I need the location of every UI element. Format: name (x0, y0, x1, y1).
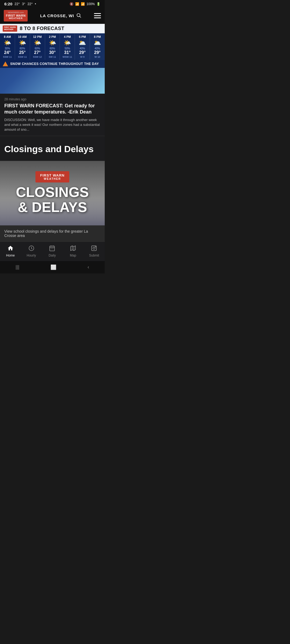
hour-wind: SSW 11 (18, 56, 27, 58)
mute-icon: 🔇 (70, 2, 74, 6)
logo-news: NEWS8000.com (6, 12, 26, 14)
snow-alert-text: SNOW CHANCES CONTINUE THROUGHOUT THE DAY (10, 62, 99, 66)
hour-precip: 40% (80, 47, 85, 50)
map-icon (70, 245, 76, 253)
alert-triangle-icon (3, 61, 8, 66)
closings-subtext-label: View school closings and delays for the … (4, 229, 88, 238)
hour-wind: W 9 (80, 56, 85, 58)
hour-temp: 30° (49, 50, 56, 55)
hour-label: 8 AM (4, 35, 11, 38)
closings-banner[interactable]: FIRST WARN WEATHER CLOSINGS & DELAYS (0, 161, 105, 225)
closings-badge-weather: WEATHER (40, 177, 65, 180)
snow-alert-bar: SNOW CHANCES CONTINUE THROUGHOUT THE DAY (0, 60, 105, 68)
submit-label: Submit (89, 254, 99, 257)
article-excerpt: DISCUSSION: Well, we have made it throug… (4, 118, 100, 132)
closings-header-title: Closings and Delays (4, 144, 100, 154)
daily-label: Daily (49, 254, 56, 257)
app-logo: NEWS8000.com FIRST WARN WEATHER (4, 10, 28, 21)
hour-label: 8 PM (94, 35, 101, 38)
header-location[interactable]: LA CROSSE, WI (40, 13, 82, 18)
closings-badge-first: FIRST WARN (40, 173, 65, 177)
hour-weather-icon: 🌤️ (34, 39, 41, 46)
wifi-icon: 📶 (75, 2, 79, 6)
search-icon[interactable] (76, 13, 82, 18)
status-right: 🔇 📶 📶 100% 🔋 (70, 2, 100, 6)
hour-column: 6 PM 🌥️ 40% 29° W 9 (75, 34, 90, 60)
nav-item-hourly[interactable]: Hourly (23, 244, 39, 258)
status-time: 6:20 (4, 2, 12, 6)
closings-main-title: CLOSINGS (16, 185, 89, 199)
hour-weather-icon: 🌥️ (94, 39, 101, 46)
nav-item-daily[interactable]: Daily (44, 244, 60, 258)
hour-label: 10 AM (18, 35, 27, 38)
menu-button[interactable] (94, 13, 101, 18)
hour-label: 12 PM (33, 35, 42, 38)
hour-precip: 60% (50, 47, 55, 50)
bottom-nav: Home Hourly Daily Map Submit (0, 241, 105, 261)
app-header: NEWS8000.com FIRST WARN WEATHER LA CROSS… (0, 8, 105, 24)
svg-marker-10 (71, 246, 75, 251)
status-bar: 6:20 22° 3° 22° • 🔇 📶 📶 100% 🔋 (0, 0, 105, 8)
status-dot: • (35, 2, 36, 6)
hour-precip: 30% (5, 47, 10, 50)
closings-logo-badge: FIRST WARN WEATHER (35, 171, 70, 182)
hour-wind: SSW 11 (3, 56, 12, 58)
hour-weather-icon: 🌤️ (4, 39, 11, 46)
hour-wind: W 10 (95, 56, 100, 58)
hour-precip: 60% (35, 47, 40, 50)
article-section[interactable]: 28 minutes ago FIRST WARN FORECAST: Get … (0, 94, 105, 136)
hour-temp: 27° (34, 50, 41, 55)
hour-temp: 29° (79, 50, 86, 55)
forecast-background: FIRST WARN WEATHER 8 TO 8 FORECAST 8 AM … (0, 24, 105, 94)
forecast-logo-weather: WEATHER (4, 28, 16, 31)
nav-item-home[interactable]: Home (2, 244, 19, 258)
hour-wind: SSW 12 (33, 56, 42, 58)
hour-weather-icon: 🌥️ (79, 39, 86, 46)
status-temp2: 3° (22, 2, 25, 6)
hour-column: 10 AM 🌤️ 60% 25° SSW 11 (15, 34, 30, 60)
closings-subtitle: & DELAYS (18, 199, 87, 215)
svg-point-15 (95, 246, 96, 247)
forecast-logo-first: FIRST WARN (4, 26, 16, 28)
hour-temp: 29° (94, 50, 100, 55)
hour-column: 4 PM 🌤️ 50% 31° WSW 11 (60, 34, 75, 60)
home-icon (7, 245, 14, 253)
article-time: 28 minutes ago (4, 97, 100, 101)
svg-line-1 (80, 16, 81, 18)
article-title: FIRST WARN FORECAST: Get ready for much … (4, 103, 100, 115)
hour-label: 6 PM (79, 35, 86, 38)
nav-item-map[interactable]: Map (65, 244, 81, 258)
hour-column: 12 PM 🌤️ 60% 27° SSW 12 (30, 34, 45, 60)
submit-icon (91, 245, 97, 253)
hour-column: 2 PM 🌤️ 60% 30° SW 11 (45, 34, 60, 60)
hour-precip: 60% (20, 47, 25, 50)
recents-button[interactable]: ‹ (88, 264, 89, 270)
hourly-label: Hourly (27, 254, 36, 257)
hour-weather-icon: 🌤️ (49, 39, 56, 46)
closings-header[interactable]: Closings and Delays (0, 136, 105, 161)
status-temp3: 22° (27, 2, 33, 6)
closings-subtext: View school closings and delays for the … (0, 225, 105, 241)
hour-weather-icon: 🌤️ (19, 39, 26, 46)
status-left: 6:20 22° 3° 22° • (4, 2, 36, 6)
hour-temp: 31° (64, 50, 71, 55)
home-label: Home (6, 254, 15, 257)
home-button[interactable]: ⬜ (50, 264, 56, 270)
map-label: Map (70, 254, 76, 257)
logo-weather: WEATHER (6, 17, 26, 20)
svg-point-14 (93, 247, 95, 249)
forecast-logo: FIRST WARN WEATHER (3, 25, 17, 32)
nav-item-submit[interactable]: Submit (86, 244, 102, 258)
hour-column: 8 PM 🌥️ 40% 29° W 10 (90, 34, 105, 60)
hourly-icon (28, 245, 35, 253)
hour-label: 2 PM (49, 35, 56, 38)
hour-wind: WSW 11 (63, 56, 72, 58)
battery-icon: 🔋 (96, 2, 100, 6)
hour-precip: 40% (95, 47, 100, 50)
hour-precip: 50% (65, 47, 70, 50)
hour-label: 4 PM (64, 35, 71, 38)
back-button[interactable]: ||| (16, 264, 19, 270)
signal-icon: 📶 (81, 2, 85, 6)
hour-wind: SW 11 (49, 56, 56, 58)
daily-icon (49, 245, 55, 253)
